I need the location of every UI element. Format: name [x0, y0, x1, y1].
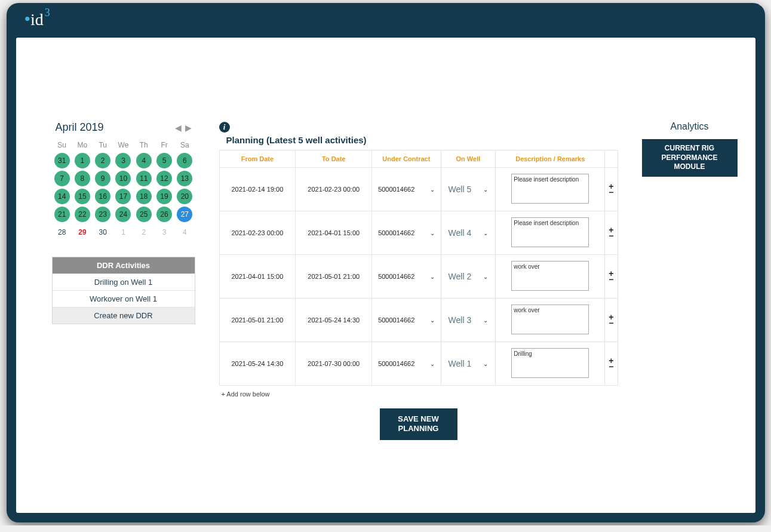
chevron-down-icon: ⌄: [483, 273, 488, 280]
contract-select[interactable]: 5000014662⌄: [376, 229, 437, 236]
planning-column-header: On Well: [441, 150, 496, 168]
sidebar-left: April 2019 ◀ ▶ SuMoTuWeThFrSa 3112345678…: [52, 121, 195, 440]
calendar-day[interactable]: 20: [177, 189, 192, 204]
calendar-day[interactable]: 14: [54, 189, 70, 204]
calendar-day[interactable]: 3: [115, 153, 131, 168]
ddr-title: DDR Activities: [53, 257, 195, 273]
ddr-activity-row[interactable]: Workover on Well 1: [53, 290, 195, 307]
calendar-day[interactable]: 31: [54, 153, 70, 168]
description-input[interactable]: [511, 305, 589, 334]
to-date-cell[interactable]: 2021-05-24 14:30: [296, 299, 372, 342]
description-input[interactable]: [511, 174, 589, 204]
well-select[interactable]: Well 4⌄: [445, 228, 492, 238]
contract-select[interactable]: 5000014662⌄: [376, 316, 437, 324]
planning-column-header: Under Contract: [372, 150, 441, 168]
from-date-cell[interactable]: 2021-02-14 19:00: [219, 168, 296, 211]
calendar-next-icon[interactable]: ▶: [185, 123, 192, 133]
well-select[interactable]: Well 5⌄: [445, 184, 492, 194]
logo-dot-icon: •: [24, 9, 31, 29]
planning-row: 2021-02-23 00:002021-04-01 15:0050000146…: [219, 211, 618, 255]
calendar-day[interactable]: 16: [95, 189, 110, 204]
remove-row-icon[interactable]: −: [609, 364, 613, 370]
calendar-day[interactable]: 11: [136, 171, 152, 186]
calendar-day[interactable]: 23: [95, 207, 110, 222]
to-date-cell[interactable]: 2021-07-30 00:00: [296, 342, 372, 386]
calendar-day[interactable]: 1: [75, 153, 90, 168]
calendar-day[interactable]: 19: [156, 189, 172, 204]
chevron-down-icon: ⌄: [483, 361, 488, 367]
remove-row-icon[interactable]: −: [609, 276, 613, 282]
calendar-day[interactable]: 4: [177, 225, 192, 240]
chevron-down-icon: ⌄: [430, 361, 435, 367]
calendar-day[interactable]: 1: [115, 225, 131, 240]
contract-select[interactable]: 5000014662⌄: [376, 186, 437, 193]
well-select[interactable]: Well 2⌄: [445, 272, 492, 281]
description-input[interactable]: [511, 348, 589, 378]
calendar-day[interactable]: 26: [156, 207, 172, 222]
chevron-down-icon: ⌄: [430, 317, 435, 324]
to-date-cell[interactable]: 2021-04-01 15:00: [296, 211, 372, 255]
calendar-day[interactable]: 6: [177, 153, 192, 168]
calendar-day[interactable]: 5: [156, 153, 172, 168]
well-select[interactable]: Well 3⌄: [445, 315, 492, 325]
calendar-day[interactable]: 3: [156, 225, 172, 240]
to-date-cell[interactable]: 2021-02-23 00:00: [296, 168, 372, 211]
logo-sup: 3: [45, 7, 50, 19]
ddr-activity-row[interactable]: Drilling on Well 1: [53, 273, 195, 290]
info-icon[interactable]: i: [219, 122, 230, 133]
calendar-dayname: Th: [134, 139, 154, 152]
calendar-day[interactable]: 2: [95, 153, 110, 168]
from-date-cell[interactable]: 2021-02-23 00:00: [219, 211, 296, 255]
planning-title: Planning (Latest 5 well activities): [226, 135, 618, 145]
calendar-day[interactable]: 25: [136, 207, 152, 222]
calendar-dayname: Sa: [174, 139, 195, 152]
planning-panel: i Planning (Latest 5 well activities) Fr…: [219, 121, 618, 440]
rig-performance-module-button[interactable]: CURRENT RIG PERFORMANCE MODULE: [642, 139, 738, 177]
calendar-day[interactable]: 29: [75, 225, 90, 240]
calendar-day[interactable]: 24: [115, 207, 131, 222]
remove-row-icon[interactable]: −: [609, 233, 613, 239]
logo-text: id: [30, 10, 44, 29]
ddr-create-button[interactable]: Create new DDR: [53, 307, 195, 324]
calendar-day[interactable]: 18: [136, 189, 152, 204]
calendar-day[interactable]: 9: [95, 171, 110, 186]
save-planning-button[interactable]: SAVE NEW PLANNING: [380, 408, 457, 440]
calendar-dayname: We: [113, 139, 133, 152]
calendar-day[interactable]: 10: [115, 171, 131, 186]
calendar-day[interactable]: 21: [54, 207, 70, 222]
to-date-cell[interactable]: 2021-05-01 21:00: [296, 255, 372, 299]
calendar-day[interactable]: 12: [156, 171, 172, 186]
calendar-day[interactable]: 27: [177, 207, 192, 222]
calendar-prev-icon[interactable]: ◀: [175, 123, 182, 133]
calendar-day[interactable]: 17: [115, 189, 131, 204]
well-select[interactable]: Well 1⌄: [445, 359, 492, 368]
planning-row: 2021-05-01 21:002021-05-24 14:3050000146…: [219, 299, 618, 342]
contract-select[interactable]: 5000014662⌄: [376, 360, 437, 367]
remove-row-icon[interactable]: −: [609, 320, 613, 326]
from-date-cell[interactable]: 2021-04-01 15:00: [219, 255, 296, 299]
remove-row-icon[interactable]: −: [609, 189, 613, 195]
contract-select[interactable]: 5000014662⌄: [376, 273, 437, 280]
from-date-cell[interactable]: 2021-05-01 21:00: [219, 299, 296, 342]
content-frame: April 2019 ◀ ▶ SuMoTuWeThFrSa 3112345678…: [16, 38, 755, 513]
description-input[interactable]: [511, 217, 589, 247]
from-date-cell[interactable]: 2021-05-24 14:30: [219, 342, 296, 386]
chevron-down-icon: ⌄: [430, 230, 435, 236]
calendar-day[interactable]: 7: [54, 171, 70, 186]
calendar-day[interactable]: 8: [75, 171, 90, 186]
calendar-day[interactable]: 13: [177, 171, 192, 186]
calendar-day[interactable]: 2: [136, 225, 152, 240]
calendar-dayname: Tu: [93, 139, 113, 152]
calendar-day[interactable]: 28: [54, 225, 70, 240]
app-window: •id3 April 2019 ◀ ▶ SuMoTuWeThFrSa 31123…: [7, 3, 765, 522]
calendar-day[interactable]: 22: [75, 207, 90, 222]
add-row-button[interactable]: + Add row below: [222, 390, 618, 398]
chevron-down-icon: ⌄: [430, 273, 435, 280]
chevron-down-icon: ⌄: [430, 186, 435, 193]
calendar-day[interactable]: 4: [136, 153, 152, 168]
planning-column-header: Description / Remarks: [496, 150, 605, 168]
planning-row: 2021-04-01 15:002021-05-01 21:0050000146…: [219, 255, 618, 299]
calendar-day[interactable]: 15: [75, 189, 90, 204]
description-input[interactable]: [511, 261, 589, 291]
calendar-day[interactable]: 30: [95, 225, 110, 240]
